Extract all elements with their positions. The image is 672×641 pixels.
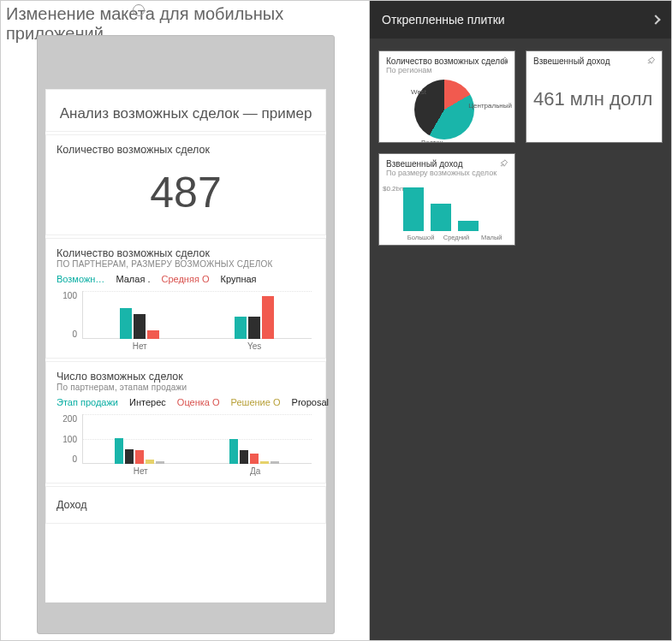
x-tick: Нет	[133, 341, 147, 351]
dashboard-title-tile[interactable]: Анализ возможных сделок — пример	[45, 89, 326, 132]
x-axis: Нет Да	[82, 465, 312, 476]
legend-item: Оценка О	[177, 397, 220, 407]
mini-subtitle: По регионам	[386, 66, 508, 74]
legend-item: Малая .	[116, 274, 150, 284]
mobile-layout-editor: Изменение макета для мобильных приложени…	[1, 1, 370, 640]
bar-group-no	[82, 414, 197, 464]
legend-item: Решение О	[231, 397, 281, 407]
editor-title: Изменение макета для мобильных приложени…	[1, 1, 369, 28]
tile-stage-legend: Этап продажи Интерес Оценка О Решение О …	[56, 392, 315, 411]
magnifier-icon	[133, 4, 145, 16]
dashboard-title-text: Анализ возможных сделок — пример	[60, 105, 312, 122]
tile-income[interactable]: Доход	[45, 486, 326, 524]
y-tick: 200	[56, 414, 77, 424]
legend-item: Крупная	[221, 274, 257, 284]
pin-icon[interactable]	[499, 56, 509, 67]
legend-item: Интерес	[129, 397, 166, 407]
unpinned-tiles-list: Количество возможных сделок По регионам …	[370, 39, 671, 258]
tile-partners-legend: Возможн… Малая . Средняя О Крупная	[56, 269, 315, 288]
pie-label-west: West	[411, 88, 426, 96]
mini-title: Количество возможных сделок	[386, 56, 508, 66]
y-tick: 0	[56, 329, 77, 339]
unpinned-header[interactable]: Открепленные плитки	[370, 1, 671, 39]
y-tick: 100	[56, 291, 77, 300]
bars	[82, 414, 312, 464]
unpinned-tiles-pane: Открепленные плитки Количество возможных…	[370, 1, 671, 640]
x-tick: Малый	[474, 234, 509, 241]
x-tick: Нет	[134, 466, 148, 476]
mini-title: Взвешенный доход	[386, 159, 508, 169]
tile-stage-subtitle: По партнерам, этапам продажи	[56, 383, 315, 392]
mini-subtitle: По размеру возможных сделок	[386, 169, 508, 177]
x-tick: Средний	[438, 234, 473, 241]
mini-title: Взвешенный доход	[533, 56, 655, 66]
mini-x-axis: Большой Средний Малый	[403, 234, 509, 241]
legend-item: Средняя О	[162, 274, 210, 284]
x-tick: Большой	[403, 234, 438, 241]
pie-label-east: Восток	[421, 139, 443, 143]
bar-group-no	[82, 291, 197, 339]
y-axis: 200 100 0	[56, 414, 80, 464]
unpinned-tile-weighted[interactable]: Взвешенный доход 461 млн долл	[526, 50, 663, 143]
unpinned-tile-size[interactable]: Взвешенный доход По размеру возможных сд…	[378, 153, 515, 246]
tile-income-title: Доход	[56, 499, 315, 511]
pie-chart: West Центральный Восток	[413, 76, 481, 143]
pin-icon[interactable]	[499, 159, 509, 169]
pin-icon[interactable]	[646, 56, 657, 67]
y-tick: 100	[56, 435, 77, 444]
weighted-value: 461 млн долл	[533, 66, 655, 110]
opportunity-count-value: 487	[56, 156, 315, 228]
bar-group-yes	[197, 414, 312, 464]
legend-item: Этап продажи	[56, 397, 118, 407]
x-tick: Да	[250, 466, 260, 476]
app-root: Изменение макета для мобильных приложени…	[0, 0, 672, 641]
chevron-right-icon	[651, 15, 660, 24]
phone-frame: Анализ возможных сделок — пример Количес…	[37, 35, 335, 634]
mini-y-axis: $0.2bn	[383, 185, 403, 231]
tile-partners-subtitle: ПО ПАРТНЕРАМ, РАЗМЕРУ ВОЗМОЖНЫХ СДЕЛОК	[56, 259, 315, 269]
y-axis: 100 0	[56, 291, 80, 339]
bars	[82, 291, 312, 339]
unpinned-tile-regions[interactable]: Количество возможных сделок По регионам …	[378, 50, 515, 143]
tile-partners-stage[interactable]: Число возможных сделок По партнерам, эта…	[45, 361, 326, 484]
tile-count-title: Количество возможных сделок	[56, 144, 315, 156]
y-tick: 0	[56, 454, 77, 464]
tile-partners-size[interactable]: Количество возможных сделок ПО ПАРТНЕРАМ…	[45, 238, 326, 359]
partners-chart: 100 0	[56, 291, 315, 351]
phone-screen[interactable]: Анализ возможных сделок — пример Количес…	[45, 89, 326, 602]
tile-stage-title: Число возможных сделок	[56, 371, 315, 383]
stage-chart: 200 100 0	[56, 414, 315, 476]
mini-bars	[403, 185, 509, 231]
pie-label-central: Центральный	[468, 102, 512, 110]
legend-item: Proposal	[292, 397, 329, 407]
tile-partners-title: Количество возможных сделок	[56, 247, 315, 259]
x-axis: Нет Yes	[82, 340, 312, 351]
tile-opportunity-count[interactable]: Количество возможных сделок 487	[45, 134, 326, 235]
unpinned-header-title: Открепленные плитки	[382, 13, 505, 27]
x-tick: Yes	[247, 341, 261, 351]
y-tick: $0.2bn	[383, 185, 403, 193]
legend-item: Возможн…	[56, 274, 104, 284]
bar-group-yes	[197, 291, 312, 339]
